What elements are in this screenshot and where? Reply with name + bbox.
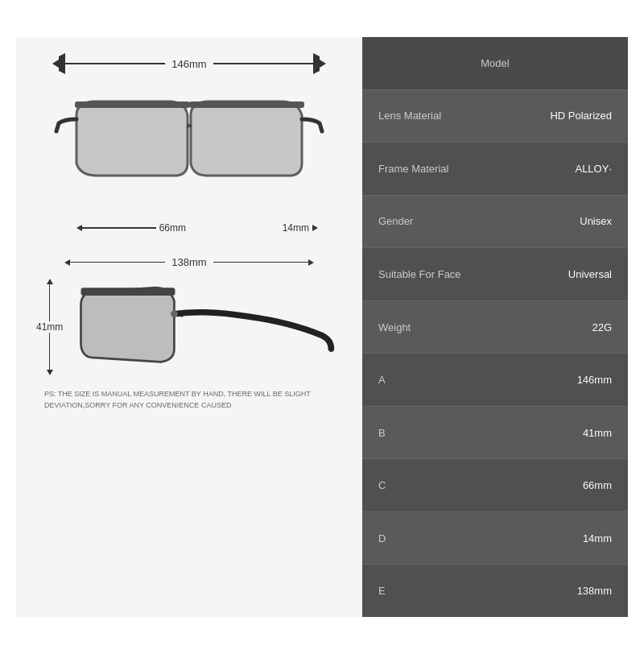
spec-label-10: E — [378, 585, 386, 597]
spec-value-6: 146mm — [577, 374, 612, 386]
glasses-top-diagram — [52, 79, 326, 208]
spec-row-9: D14mm — [362, 512, 628, 565]
spec-row-2: Frame MaterialALLOY· — [362, 143, 628, 196]
main-container: 146mm — [0, 0, 644, 654]
spec-value-3: Unisex — [580, 215, 612, 227]
spec-label-8: C — [378, 479, 386, 491]
spec-row-5: Weight22G — [362, 301, 628, 354]
spec-row-4: Suitable For FaceUniversal — [362, 248, 628, 301]
width-66-label: 66mm — [156, 222, 189, 234]
spec-row-0: Model — [362, 37, 628, 90]
svg-rect-2 — [81, 288, 175, 296]
bottom-width-label: 138mm — [165, 256, 213, 268]
glasses-side-diagram — [68, 275, 342, 379]
spec-value-4: Universal — [568, 268, 612, 280]
width-14-label: 14mm — [279, 222, 312, 234]
spec-row-6: A146mm — [362, 354, 628, 407]
spec-value-7: 41mm — [583, 427, 612, 439]
spec-value-1: HD Polarized — [550, 110, 612, 122]
content-wrapper: 146mm — [16, 37, 628, 617]
spec-row-7: B41mm — [362, 407, 628, 460]
spec-value-2: ALLOY· — [575, 163, 612, 175]
top-width-label: 146mm — [165, 58, 213, 70]
spec-label-9: D — [378, 532, 386, 544]
spec-label-1: Lens Material — [378, 110, 441, 122]
top-width-row: 146mm — [52, 53, 326, 74]
spec-label-3: Gender — [378, 215, 413, 227]
ps-note: PS: THE SIZE IS MANUAL MEASUREMENT BY HA… — [44, 389, 334, 411]
side-diagram-section: 41mm — [36, 275, 342, 379]
spec-value-5: 22G — [592, 321, 612, 333]
spec-label-4: Suitable For Face — [378, 268, 461, 280]
spec-row-1: Lens MaterialHD Polarized — [362, 90, 628, 143]
svg-rect-1 — [189, 101, 304, 108]
spec-value-10: 138mm — [577, 585, 612, 597]
spec-label-7: B — [378, 427, 386, 439]
spec-row-3: GenderUnisex — [362, 196, 628, 249]
spec-label-5: Weight — [378, 321, 411, 333]
spec-model-label: Model — [378, 57, 612, 69]
spec-label-2: Frame Material — [378, 163, 448, 175]
spec-value-8: 66mm — [583, 479, 612, 491]
spec-row-8: C66mm — [362, 459, 628, 512]
spec-row-10: E138mm — [362, 565, 628, 617]
spec-label-6: A — [378, 374, 386, 386]
svg-point-4 — [171, 310, 178, 317]
right-panel: ModelLens MaterialHD PolarizedFrame Mate… — [362, 37, 628, 617]
spec-value-9: 14mm — [583, 532, 612, 544]
left-panel: 146mm — [16, 37, 362, 617]
svg-rect-0 — [75, 101, 190, 108]
height-41-label: 41mm — [36, 321, 63, 333]
